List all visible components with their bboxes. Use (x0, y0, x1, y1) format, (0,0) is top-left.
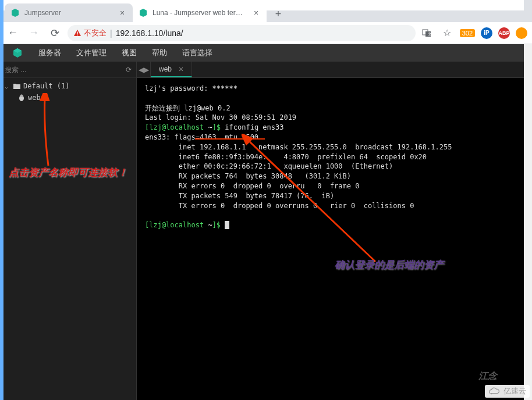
browser-tab-0[interactable]: Jumpserver × (5, 3, 133, 22)
svg-text:文: 文 (428, 32, 432, 36)
menu-help[interactable]: 帮助 (145, 44, 174, 62)
security-warning: 不安全 (73, 28, 107, 38)
back-button[interactable]: ← (5, 25, 21, 41)
warning-icon (73, 29, 81, 37)
asset-sidebar: ⟳ ⌄ Default (1) web (0, 62, 137, 400)
chevron-down-icon: ⌄ (5, 83, 10, 90)
sidebar-collapse-button[interactable]: ◀▶ (137, 62, 151, 77)
terminal-tab-web[interactable]: web × (151, 62, 192, 77)
terminal-pane: ◀▶ web × lzj's password: ****** 开始连接到 lz… (137, 62, 532, 400)
profile-avatar[interactable] (516, 27, 527, 39)
svg-point-7 (20, 95, 21, 96)
close-icon[interactable]: × (179, 65, 183, 74)
svg-rect-0 (77, 31, 77, 34)
browser-toolbar: ← → ⟳ 不安全 | 192.168.1.10/luna/ 文 ☆ 302 i… (0, 22, 532, 44)
search-row: ⟳ (0, 62, 136, 78)
terminal-tab-strip: ◀▶ web × (137, 62, 532, 78)
asset-tree: ⌄ Default (1) web (0, 78, 136, 106)
extension-icon-1[interactable]: iP (481, 27, 492, 39)
close-icon[interactable]: × (251, 8, 261, 17)
reload-button[interactable]: ⟳ (47, 25, 63, 41)
address-bar[interactable]: 不安全 | 192.168.1.10/luna/ (68, 25, 416, 41)
app-menubar: 服务器 文件管理 视图 帮助 语言选择 (0, 44, 532, 62)
close-icon[interactable]: × (118, 8, 127, 17)
extension-badge[interactable]: 302 (460, 29, 475, 37)
terminal-output[interactable]: lzj's password: ****** 开始连接到 lzj@web 0.2… (137, 78, 532, 400)
linux-icon (17, 94, 26, 102)
terminal-tab-label: web (159, 65, 172, 73)
tree-node-web[interactable]: web (0, 92, 136, 103)
browser-tab-1[interactable]: Luna - Jumpserver web termin × (133, 3, 267, 22)
tree-node-label: web (28, 94, 41, 102)
tab-title: Luna - Jumpserver web termin (152, 9, 247, 17)
extension-icon-2[interactable]: ABP (498, 27, 510, 39)
tree-root-default[interactable]: ⌄ Default (1) (0, 80, 136, 92)
luna-app: 服务器 文件管理 视图 帮助 语言选择 ⟳ ⌄ Default (1) (0, 44, 532, 400)
url-text: 192.168.1.10/luna/ (116, 28, 183, 38)
tab-title: Jumpserver (24, 9, 113, 17)
star-icon[interactable]: ☆ (440, 26, 454, 40)
browser-scrollbar[interactable] (524, 44, 532, 400)
menu-server[interactable]: 服务器 (31, 44, 68, 62)
menu-language[interactable]: 语言选择 (175, 44, 219, 62)
cloud-icon (488, 387, 501, 395)
annotation-underline (195, 138, 265, 140)
svg-rect-1 (77, 34, 77, 35)
translate-icon[interactable]: 文 (420, 26, 434, 40)
menu-filemanager[interactable]: 文件管理 (69, 44, 114, 62)
tree-root-label: Default (1) (23, 82, 69, 90)
app-logo[interactable] (5, 48, 30, 58)
forward-button[interactable]: → (26, 25, 42, 41)
search-input[interactable] (5, 66, 122, 74)
tab-favicon (10, 8, 20, 17)
window-edge-highlight (0, 0, 3, 400)
tab-favicon (139, 8, 148, 17)
watermark: 亿速云 (485, 385, 530, 398)
svg-point-8 (22, 95, 22, 96)
menu-view[interactable]: 视图 (115, 44, 144, 62)
svg-point-6 (20, 95, 23, 98)
refresh-icon[interactable]: ⟳ (126, 66, 132, 74)
folder-icon (13, 82, 21, 90)
